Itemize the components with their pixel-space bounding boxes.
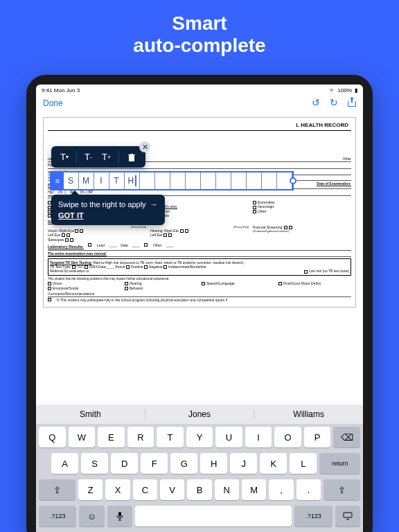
nav-toolbar: Done ↺ ↻ — [36, 96, 363, 113]
svg-rect-0 — [118, 512, 121, 517]
key-period[interactable]: . — [296, 479, 321, 500]
done-button[interactable]: Done — [43, 98, 63, 108]
svg-rect-1 — [344, 513, 352, 517]
delete-tool[interactable] — [125, 151, 139, 163]
undo-button[interactable]: ↺ — [312, 97, 320, 109]
key-g[interactable]: G — [170, 453, 197, 474]
font-style-tool[interactable]: T▾ — [58, 150, 71, 163]
resize-handle[interactable] — [290, 177, 296, 184]
key-backspace[interactable]: ⌫ — [333, 427, 360, 447]
kb-row-2: A S D F G H J K L return — [36, 450, 363, 477]
key-hide-keyboard[interactable] — [335, 506, 360, 526]
suggestion-item[interactable]: Jones — [145, 409, 255, 419]
tooltip-text: Swipe to the right to apply — [58, 200, 146, 209]
text-cursor — [135, 175, 136, 186]
key-s[interactable]: S — [81, 453, 108, 474]
arrow-right-icon: → — [150, 200, 158, 209]
input-cell — [231, 172, 247, 189]
input-cell — [216, 172, 231, 189]
device-frame: 9:41 Mon Jun 3 ᯤ 100% ▮ Done ↺ ↻ L HEALT… — [26, 75, 373, 532]
suggestion-item[interactable]: Smith — [36, 409, 145, 419]
key-l[interactable]: L — [290, 453, 317, 474]
text-edit-toolbar: T▾ T- T+ ✕ — [51, 146, 145, 168]
headline-line2: auto-complete — [0, 35, 399, 57]
suggestion-item[interactable]: Williams — [254, 409, 363, 419]
input-cell: I — [94, 172, 109, 189]
input-cell: M — [79, 172, 94, 189]
tooltip-gotit-button[interactable]: GOT IT — [58, 211, 84, 220]
promo-headline: Smart auto-complete — [0, 0, 399, 57]
key-w[interactable]: W — [69, 427, 96, 447]
key-p[interactable]: P — [304, 427, 331, 447]
key-u[interactable]: U — [215, 427, 242, 447]
key-o[interactable]: O — [274, 427, 301, 447]
font-smaller-tool[interactable]: T- — [82, 150, 94, 163]
document-viewport[interactable]: L HEALTH RECORD cations: Food Other Past… — [36, 113, 363, 335]
key-return[interactable]: return — [319, 453, 360, 474]
status-bar: 9:41 Mon Jun 3 ᯤ 100% ▮ — [36, 85, 363, 96]
font-larger-tool[interactable]: T+ — [100, 150, 113, 163]
share-button[interactable] — [348, 97, 356, 109]
input-cell: T — [109, 172, 125, 189]
key-x[interactable]: X — [105, 479, 130, 500]
key-h[interactable]: H — [200, 453, 227, 474]
status-time: 9:41 Mon Jun 3 — [42, 87, 80, 94]
input-cell — [155, 172, 170, 189]
input-cell — [201, 172, 216, 189]
keyboard-suggestions: Smith Jones Williams — [36, 405, 363, 424]
key-mic[interactable] — [107, 506, 132, 526]
input-cell — [140, 172, 155, 189]
close-toolbar-button[interactable]: ✕ — [139, 141, 150, 152]
drag-handle-icon[interactable]: ≡ — [51, 172, 64, 189]
headline-line1: Smart — [0, 12, 399, 35]
key-t[interactable]: T — [157, 427, 184, 447]
key-emoji[interactable]: ☺ — [79, 506, 104, 526]
key-e[interactable]: E — [98, 427, 125, 447]
key-shift[interactable]: ⇧ — [39, 479, 76, 500]
input-cell — [170, 172, 186, 189]
form-title: L HEALTH RECORD — [48, 121, 351, 131]
key-c[interactable]: C — [133, 479, 157, 500]
key-comma[interactable]: , — [269, 479, 293, 500]
key-f[interactable]: F — [141, 453, 168, 474]
kb-row-3: ⇧ Z X C V B N M , . ⇧ — [36, 477, 363, 503]
key-space[interactable] — [135, 506, 292, 526]
redo-button[interactable]: ↻ — [330, 97, 338, 109]
key-m[interactable]: M — [242, 479, 266, 500]
key-numbers-right[interactable]: .?123 — [294, 506, 332, 526]
kb-row-4: .?123 ☺ .?123 — [36, 503, 363, 531]
input-cell: S — [64, 172, 79, 189]
key-v[interactable]: V — [160, 479, 184, 500]
key-d[interactable]: D — [111, 453, 138, 474]
key-y[interactable]: Y — [186, 427, 213, 447]
key-a[interactable]: A — [51, 453, 78, 474]
key-z[interactable]: Z — [78, 479, 103, 500]
input-cell — [186, 172, 201, 189]
key-n[interactable]: N — [215, 479, 239, 500]
swipe-tooltip: Swipe to the right to apply → GOT IT — [51, 195, 165, 225]
battery-icon: ▮ — [355, 87, 357, 94]
key-k[interactable]: K — [260, 453, 287, 474]
input-cell — [247, 172, 262, 189]
onscreen-keyboard: Smith Jones Williams Q W E R T Y U I O P… — [36, 405, 363, 532]
key-r[interactable]: R — [127, 427, 154, 447]
key-shift-right[interactable]: ⇧ — [323, 479, 360, 500]
wifi-icon: ᯤ — [330, 87, 335, 94]
battery-label: 100% — [338, 87, 352, 94]
key-b[interactable]: B — [187, 479, 211, 500]
input-cell — [262, 172, 277, 189]
key-q[interactable]: Q — [39, 427, 66, 447]
key-j[interactable]: J — [230, 453, 257, 474]
form-text-input[interactable]: ≡ S M I T H — [51, 172, 292, 189]
key-i[interactable]: I — [245, 427, 272, 447]
key-numbers[interactable]: .?123 — [39, 506, 76, 526]
kb-row-1: Q W E R T Y U I O P ⌫ — [36, 424, 363, 450]
device-screen: 9:41 Mon Jun 3 ᯤ 100% ▮ Done ↺ ↻ L HEALT… — [36, 85, 363, 532]
input-cell: H — [125, 172, 140, 189]
